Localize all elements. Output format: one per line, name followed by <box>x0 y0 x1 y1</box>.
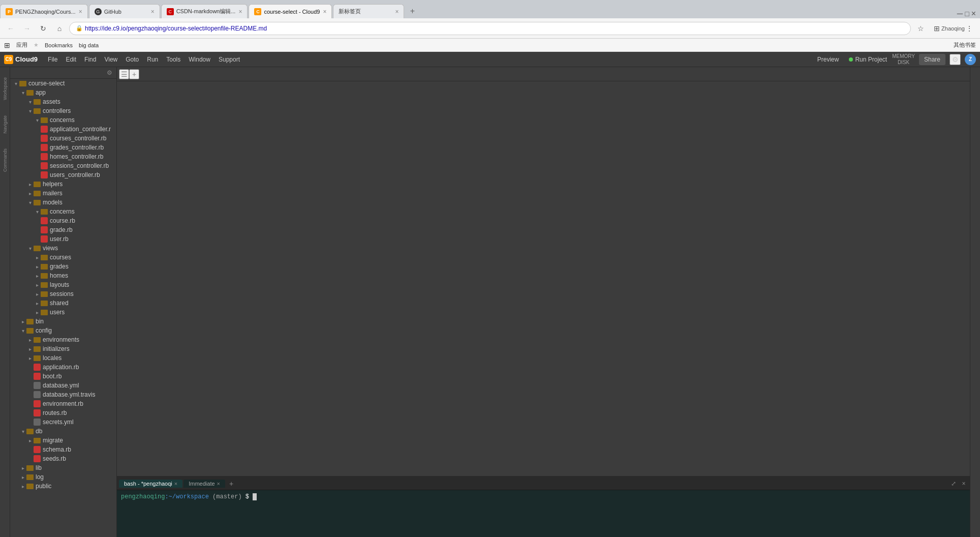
browser-tab-3[interactable]: C CSDN-markdown编辑... × <box>161 4 248 18</box>
tab-close-2[interactable]: × <box>151 8 155 15</box>
tree-item-controllers[interactable]: controllers <box>10 106 116 115</box>
run-project-button[interactable]: Run Project <box>844 54 892 65</box>
user-avatar[interactable]: Z <box>965 54 976 65</box>
tree-item-user-rb[interactable]: user.rb <box>10 234 116 244</box>
commands-label[interactable]: Commands <box>3 148 8 172</box>
editor-new-tab-button[interactable]: + <box>129 69 139 79</box>
tree-item-app-ctrl[interactable]: application_controller.r <box>10 125 116 134</box>
other-bookmarks[interactable]: 其他书签 <box>954 41 976 49</box>
bookmark-apps[interactable]: 应用 <box>16 41 27 49</box>
tree-item-courses-ctrl[interactable]: courses_controller.rb <box>10 134 116 143</box>
menu-goto[interactable]: Goto <box>121 54 143 65</box>
terminal-add-tab-button[interactable]: + <box>226 479 236 489</box>
browser-tab-4[interactable]: C course-select - Cloud9 × <box>249 4 332 18</box>
tree-item-course-select[interactable]: course-select <box>10 79 116 88</box>
tree-item-sessions-ctrl[interactable]: sessions_controller.rb <box>10 161 116 170</box>
editor-tab-list-button[interactable]: ☰ <box>119 69 129 79</box>
menu-run[interactable]: Run <box>143 54 162 65</box>
minimize-button[interactable]: ─ <box>957 9 963 18</box>
browser-tab-5[interactable]: 新标签页 × <box>333 4 404 18</box>
terminal-body[interactable]: pengzhaoqing:~/workspace (master) $ <box>117 490 970 537</box>
tree-item-layouts[interactable]: layouts <box>10 280 116 289</box>
tab-close-5[interactable]: × <box>395 8 399 15</box>
tree-item-sessions-views[interactable]: sessions <box>10 289 116 299</box>
tree-item-courses-views[interactable]: courses <box>10 253 116 262</box>
tab-close-1[interactable]: × <box>79 8 82 15</box>
menu-edit[interactable]: Edit <box>62 54 80 65</box>
tree-item-secrets-yml[interactable]: secrets.yml <box>10 417 116 427</box>
new-tab-button[interactable]: + <box>405 4 419 18</box>
profile-icon[interactable]: Zhaoqing <box>946 22 960 35</box>
home-button[interactable]: ⌂ <box>53 22 66 35</box>
navigate-label[interactable]: Navigate <box>3 115 8 134</box>
menu-support[interactable]: Support <box>215 54 244 65</box>
star-icon[interactable]: ☆ <box>914 22 927 35</box>
tree-item-seeds-rb[interactable]: seeds.rb <box>10 454 116 463</box>
tree-item-schema-rb[interactable]: schema.rb <box>10 445 116 454</box>
tree-item-locales[interactable]: locales <box>10 353 116 363</box>
tree-item-users-ctrl[interactable]: users_controller.rb <box>10 170 116 180</box>
tree-item-shared[interactable]: shared <box>10 299 116 308</box>
workspace-label[interactable]: Workspace <box>3 77 8 100</box>
tree-settings-icon[interactable]: ⚙ <box>107 69 112 76</box>
tree-item-initializers[interactable]: initializers <box>10 344 116 353</box>
tree-item-homes-ctrl[interactable]: homes_controller.rb <box>10 152 116 161</box>
tree-item-homes-views[interactable]: homes <box>10 271 116 280</box>
terminal-tab-close-immediate[interactable]: × <box>217 481 220 487</box>
browser-tab-1[interactable]: P PENGZhaoqing/Cours... × <box>0 4 88 18</box>
tree-item-environments[interactable]: environments <box>10 335 116 344</box>
tree-item-lib[interactable]: lib <box>10 463 116 472</box>
close-button[interactable]: × <box>971 9 976 18</box>
tree-item-environment-rb[interactable]: environment.rb <box>10 399 116 408</box>
url-input[interactable]: 🔒 https://ide.c9.io/pengzhaoqing/course-… <box>69 22 911 35</box>
terminal-close-icon[interactable]: × <box>960 480 968 488</box>
preview-button[interactable]: Preview <box>812 54 844 65</box>
maximize-button[interactable]: □ <box>965 10 969 18</box>
tree-item-models[interactable]: models <box>10 198 116 207</box>
menu-window[interactable]: Window <box>185 54 215 65</box>
tree-item-database-yml-travis[interactable]: database.yml.travis <box>10 390 116 399</box>
ide-logo[interactable]: C9 Cloud9 <box>4 55 38 64</box>
terminal-tab-close-bash[interactable]: × <box>174 481 177 487</box>
reload-button[interactable]: ↻ <box>37 22 50 35</box>
terminal-tab-immediate[interactable]: Immediate × <box>183 480 225 488</box>
menu-icon[interactable]: ⋮ <box>963 22 976 35</box>
settings-button[interactable]: ⚙ <box>950 54 961 65</box>
terminal-tab-bash[interactable]: bash - *pengzhaoqi × <box>119 480 182 488</box>
bookmark-bigdata[interactable]: big data <box>79 42 99 48</box>
tree-item-db[interactable]: db <box>10 427 116 436</box>
tab-close-4[interactable]: × <box>323 8 326 15</box>
tree-item-users-views[interactable]: users <box>10 308 116 317</box>
tree-item-helpers[interactable]: helpers <box>10 180 116 189</box>
tree-item-concerns-models[interactable]: concerns <box>10 207 116 216</box>
bookmark-bookmarks[interactable]: Bookmarks <box>45 42 73 48</box>
menu-file[interactable]: File <box>44 54 62 65</box>
tree-item-app[interactable]: app <box>10 88 116 97</box>
tree-item-grades-views[interactable]: grades <box>10 262 116 271</box>
menu-tools[interactable]: Tools <box>162 54 185 65</box>
tree-item-grades-ctrl[interactable]: grades_controller.rb <box>10 143 116 152</box>
forward-button[interactable]: → <box>20 22 34 35</box>
terminal-expand-icon[interactable]: ⤢ <box>950 480 958 488</box>
tree-item-concerns-ctrl[interactable]: concerns <box>10 115 116 125</box>
browser-tab-2[interactable]: G GitHub × <box>89 4 160 18</box>
tree-item-course-rb[interactable]: course.rb <box>10 216 116 225</box>
tree-item-assets[interactable]: assets <box>10 97 116 106</box>
tree-item-public[interactable]: public <box>10 482 116 491</box>
tree-item-boot-rb[interactable]: boot.rb <box>10 372 116 381</box>
tree-item-mailers[interactable]: mailers <box>10 189 116 198</box>
tree-item-routes-rb[interactable]: routes.rb <box>10 408 116 417</box>
tree-item-grade-rb[interactable]: grade.rb <box>10 225 116 234</box>
back-button[interactable]: ← <box>4 22 17 35</box>
menu-find[interactable]: Find <box>80 54 100 65</box>
tree-item-bin[interactable]: bin <box>10 317 116 326</box>
tree-item-config[interactable]: config <box>10 326 116 335</box>
tree-item-migrate[interactable]: migrate <box>10 436 116 445</box>
tree-item-application-rb[interactable]: application.rb <box>10 363 116 372</box>
tree-item-log[interactable]: log <box>10 472 116 482</box>
tree-item-database-yml[interactable]: database.yml <box>10 381 116 390</box>
share-button[interactable]: Share <box>919 54 945 65</box>
tab-close-3[interactable]: × <box>238 8 242 15</box>
tree-item-views[interactable]: views <box>10 244 116 253</box>
menu-view[interactable]: View <box>100 54 121 65</box>
